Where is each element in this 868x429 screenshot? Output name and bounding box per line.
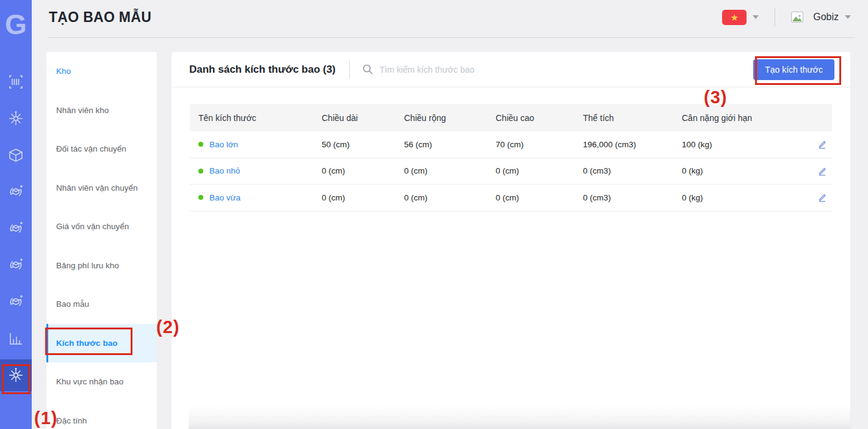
sidebar-item-label: Giá vốn vận chuyển	[56, 222, 129, 231]
bar-chart-icon[interactable]	[0, 323, 32, 354]
app-icon-rail: G	[0, 0, 32, 429]
cell-weight: 0 (kg)	[673, 166, 805, 175]
cell-weight: 100 (kg)	[673, 140, 805, 149]
top-header: TẠO BAO MẪU ★ Gobiz	[32, 0, 868, 38]
edit-pencil-icon	[817, 166, 827, 176]
sidebar-item-label: Nhân viên vận chuyển	[56, 183, 138, 193]
edit-button[interactable]	[805, 139, 832, 149]
sidebar-item-label: Kho	[56, 67, 71, 76]
search-icon	[362, 64, 374, 75]
fulfillment-hub-icon-active[interactable]	[0, 359, 32, 391]
table-row: Bao vừa 0 (cm) 0 (cm) 0 (cm) 0 (cm3) 0 (…	[190, 185, 832, 211]
table-row: Bao nhỏ 0 (cm) 0 (cm) 0 (cm) 0 (cm3) 0 (…	[190, 158, 832, 185]
user-name[interactable]: Gobiz	[813, 12, 839, 23]
sidebar-item-label: Kích thước bao	[56, 339, 117, 348]
sidebar-item-nhan-vien-kho[interactable]: Nhân viên kho	[46, 91, 157, 130]
cell-height: 0 (cm)	[487, 193, 574, 202]
cell-width: 0 (cm)	[396, 193, 487, 202]
col-header-volume: Thể tích	[574, 113, 673, 123]
logo-globe-icon: G	[5, 10, 27, 38]
sidebar-item-label: Đối tác vận chuyển	[56, 144, 126, 153]
cell-volume: 196,000 (cm3)	[574, 140, 673, 149]
package-sync-icon[interactable]	[0, 213, 32, 244]
status-dot-icon	[198, 169, 203, 174]
sidebar-item-kho[interactable]: Kho	[46, 52, 157, 91]
bottom-panel-shadow	[189, 405, 850, 429]
search-input[interactable]	[380, 65, 636, 75]
cell-height: 70 (cm)	[487, 140, 574, 149]
toolbar-divider	[349, 61, 350, 79]
cell-length: 0 (cm)	[313, 193, 396, 202]
sidebar-item-khu-vuc-nhan-bao[interactable]: Khu vực nhận bao	[46, 362, 157, 402]
edit-pencil-icon	[817, 193, 827, 202]
sidebar-item-label: Nhân viên kho	[56, 106, 109, 115]
header-rule	[48, 37, 855, 38]
cell-height: 0 (cm)	[487, 166, 574, 175]
size-name-link[interactable]: Bao vừa	[209, 193, 241, 202]
user-avatar-broken-image-icon	[791, 12, 803, 23]
sidebar-item-bao-mau[interactable]: Bao mẫu	[46, 285, 157, 324]
sidebar-item-label: Bao mẫu	[56, 299, 89, 309]
list-toolbar: Danh sách kích thước bao (3) Tạo kích th…	[172, 52, 850, 87]
page-title: TẠO BAO MẪU	[49, 9, 151, 26]
col-header-height: Chiều cao	[487, 113, 574, 123]
sidebar-item-nhan-vien-van-chuyen[interactable]: Nhân viên vận chuyển	[46, 169, 157, 208]
sidebar-item-doi-tac-van-chuyen[interactable]: Đối tác vận chuyển	[46, 130, 157, 169]
package-size-table: Tên kích thước Chiều dài Chiều rộng Chiề…	[190, 104, 832, 211]
cell-volume: 0 (cm3)	[574, 166, 673, 175]
edit-button[interactable]	[805, 193, 832, 202]
cell-width: 0 (cm)	[396, 166, 487, 175]
language-dropdown-caret-icon[interactable]	[753, 15, 759, 19]
package-size-list-panel: Danh sách kích thước bao (3) Tạo kích th…	[172, 52, 850, 429]
sidebar-item-kich-thuoc-bao[interactable]: Kích thước bao	[46, 324, 157, 363]
table-header-row: Tên kích thước Chiều dài Chiều rộng Chiề…	[190, 104, 832, 131]
edit-button[interactable]	[805, 166, 832, 176]
col-header-width: Chiều rộng	[396, 113, 487, 123]
package-sync-icon[interactable]	[0, 286, 32, 318]
edit-pencil-icon	[817, 139, 827, 149]
create-size-button[interactable]: Tạo kích thước	[753, 59, 834, 80]
language-flag-icon[interactable]: ★	[722, 10, 747, 25]
sidebar-item-dac-tinh[interactable]: Đặc tính	[46, 402, 157, 429]
sidebar-item-label: Khu vực nhận bao	[56, 377, 123, 386]
header-divider	[775, 8, 775, 26]
size-name-link[interactable]: Bao nhỏ	[209, 166, 240, 175]
settings-sidebar: Kho Nhân viên kho Đối tác vận chuyển Nhâ…	[46, 52, 157, 429]
status-dot-icon	[198, 195, 203, 200]
package-sync-icon[interactable]	[0, 249, 32, 281]
flag-star-icon: ★	[730, 13, 738, 22]
cell-length: 0 (cm)	[313, 166, 396, 175]
col-header-weight-limit: Cân nặng giới hạn	[673, 113, 805, 123]
cell-length: 50 (cm)	[313, 140, 396, 149]
status-dot-icon	[198, 142, 203, 147]
sidebar-item-gia-von-van-chuyen[interactable]: Giá vốn vận chuyển	[46, 207, 157, 246]
app-logo[interactable]: G	[0, 0, 32, 51]
cell-volume: 0 (cm3)	[574, 193, 673, 202]
sidebar-item-bang-phi-luu-kho[interactable]: Bảng phí lưu kho	[46, 246, 157, 285]
list-title: Danh sách kích thước bao (3)	[189, 64, 336, 76]
sidebar-item-label: Đặc tính	[56, 416, 87, 425]
cell-weight: 0 (kg)	[673, 193, 805, 202]
barcode-icon[interactable]	[0, 66, 32, 98]
col-header-length: Chiều dài	[313, 113, 396, 123]
sidebar-item-label: Bảng phí lưu kho	[56, 261, 119, 270]
user-dropdown-caret-icon[interactable]	[845, 15, 851, 19]
col-header-name: Tên kích thước	[190, 113, 313, 123]
cell-width: 56 (cm)	[396, 140, 487, 149]
fulfillment-hub-icon[interactable]	[0, 103, 32, 134]
table-row: Bao lớn 50 (cm) 56 (cm) 70 (cm) 196,000 …	[190, 131, 832, 158]
package-box-icon[interactable]	[0, 139, 32, 171]
size-name-link[interactable]: Bao lớn	[209, 140, 238, 149]
package-sync-icon[interactable]	[0, 176, 32, 208]
